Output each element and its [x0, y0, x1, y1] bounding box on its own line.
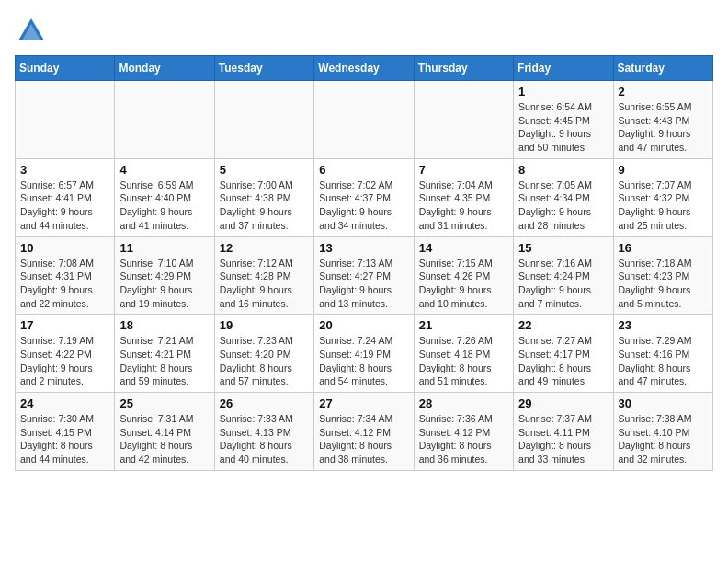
day-info: Sunrise: 7:36 AM Sunset: 4:12 PM Dayligh… [419, 412, 508, 466]
calendar-week-row: 24Sunrise: 7:30 AM Sunset: 4:15 PM Dayli… [16, 393, 713, 471]
calendar-cell: 30Sunrise: 7:38 AM Sunset: 4:10 PM Dayli… [613, 393, 712, 471]
calendar-cell: 21Sunrise: 7:26 AM Sunset: 4:18 PM Dayli… [414, 315, 513, 393]
logo-icon [15, 15, 48, 48]
calendar-cell: 11Sunrise: 7:10 AM Sunset: 4:29 PM Dayli… [115, 236, 214, 315]
day-number: 12 [220, 241, 309, 255]
day-number: 15 [518, 241, 608, 255]
day-info: Sunrise: 7:38 AM Sunset: 4:10 PM Dayligh… [619, 412, 708, 466]
calendar-week-row: 1Sunrise: 6:54 AM Sunset: 4:45 PM Daylig… [16, 81, 713, 159]
calendar-week-row: 17Sunrise: 7:19 AM Sunset: 4:22 PM Dayli… [16, 315, 713, 393]
day-info: Sunrise: 7:37 AM Sunset: 4:11 PM Dayligh… [518, 412, 608, 466]
calendar-cell: 14Sunrise: 7:15 AM Sunset: 4:26 PM Dayli… [414, 236, 513, 315]
day-number: 29 [518, 396, 608, 410]
calendar-cell: 6Sunrise: 7:02 AM Sunset: 4:37 PM Daylig… [314, 158, 414, 236]
day-number: 24 [20, 396, 109, 410]
day-info: Sunrise: 7:31 AM Sunset: 4:14 PM Dayligh… [119, 412, 209, 466]
day-number: 21 [419, 318, 508, 332]
day-number: 11 [119, 241, 209, 255]
day-number: 7 [419, 163, 508, 177]
calendar-cell: 26Sunrise: 7:33 AM Sunset: 4:13 PM Dayli… [214, 393, 313, 471]
day-number: 13 [319, 241, 408, 255]
calendar-cell: 8Sunrise: 7:05 AM Sunset: 4:34 PM Daylig… [514, 158, 613, 236]
calendar-cell: 25Sunrise: 7:31 AM Sunset: 4:14 PM Dayli… [115, 393, 214, 471]
day-info: Sunrise: 7:34 AM Sunset: 4:12 PM Dayligh… [319, 412, 408, 466]
calendar-cell: 19Sunrise: 7:23 AM Sunset: 4:20 PM Dayli… [214, 315, 313, 393]
day-number: 8 [518, 163, 608, 177]
calendar-cell: 18Sunrise: 7:21 AM Sunset: 4:21 PM Dayli… [115, 315, 214, 393]
day-number: 18 [119, 318, 209, 332]
calendar-cell: 7Sunrise: 7:04 AM Sunset: 4:35 PM Daylig… [414, 158, 513, 236]
calendar-cell: 12Sunrise: 7:12 AM Sunset: 4:28 PM Dayli… [214, 236, 313, 315]
calendar-cell: 3Sunrise: 6:57 AM Sunset: 4:41 PM Daylig… [16, 158, 115, 236]
day-info: Sunrise: 7:30 AM Sunset: 4:15 PM Dayligh… [20, 412, 109, 466]
day-number: 4 [119, 163, 209, 177]
calendar-cell: 17Sunrise: 7:19 AM Sunset: 4:22 PM Dayli… [16, 315, 115, 393]
day-info: Sunrise: 7:19 AM Sunset: 4:22 PM Dayligh… [20, 334, 109, 388]
day-info: Sunrise: 7:05 AM Sunset: 4:34 PM Dayligh… [518, 178, 608, 233]
day-info: Sunrise: 7:02 AM Sunset: 4:37 PM Dayligh… [319, 178, 408, 233]
day-number: 19 [220, 318, 309, 332]
weekday-header: Wednesday [314, 56, 414, 81]
day-info: Sunrise: 7:16 AM Sunset: 4:24 PM Dayligh… [518, 257, 608, 311]
calendar-header-row: SundayMondayTuesdayWednesdayThursdayFrid… [16, 56, 713, 81]
calendar-week-row: 3Sunrise: 6:57 AM Sunset: 4:41 PM Daylig… [16, 158, 713, 236]
calendar-cell: 22Sunrise: 7:27 AM Sunset: 4:17 PM Dayli… [514, 315, 613, 393]
day-number: 30 [619, 396, 708, 410]
day-info: Sunrise: 7:10 AM Sunset: 4:29 PM Dayligh… [119, 257, 209, 311]
calendar-cell: 4Sunrise: 6:59 AM Sunset: 4:40 PM Daylig… [115, 158, 214, 236]
day-info: Sunrise: 6:59 AM Sunset: 4:40 PM Dayligh… [119, 178, 209, 233]
day-number: 20 [319, 318, 408, 332]
weekday-header: Thursday [414, 56, 513, 81]
day-number: 16 [619, 241, 708, 255]
day-info: Sunrise: 7:26 AM Sunset: 4:18 PM Dayligh… [419, 334, 508, 388]
weekday-header: Friday [514, 56, 613, 81]
day-info: Sunrise: 7:18 AM Sunset: 4:23 PM Dayligh… [619, 257, 708, 311]
day-info: Sunrise: 7:23 AM Sunset: 4:20 PM Dayligh… [220, 334, 309, 388]
calendar-cell: 16Sunrise: 7:18 AM Sunset: 4:23 PM Dayli… [613, 236, 712, 315]
day-info: Sunrise: 6:55 AM Sunset: 4:43 PM Dayligh… [619, 100, 708, 155]
calendar-cell [314, 81, 414, 159]
day-info: Sunrise: 7:00 AM Sunset: 4:38 PM Dayligh… [220, 178, 309, 233]
day-info: Sunrise: 7:29 AM Sunset: 4:16 PM Dayligh… [619, 334, 708, 388]
calendar-week-row: 10Sunrise: 7:08 AM Sunset: 4:31 PM Dayli… [16, 236, 713, 315]
day-number: 1 [518, 85, 608, 98]
calendar-cell: 28Sunrise: 7:36 AM Sunset: 4:12 PM Dayli… [414, 393, 513, 471]
day-info: Sunrise: 6:57 AM Sunset: 4:41 PM Dayligh… [20, 178, 109, 233]
day-info: Sunrise: 7:13 AM Sunset: 4:27 PM Dayligh… [319, 257, 408, 311]
day-info: Sunrise: 7:24 AM Sunset: 4:19 PM Dayligh… [319, 334, 408, 388]
calendar-cell: 13Sunrise: 7:13 AM Sunset: 4:27 PM Dayli… [314, 236, 414, 315]
calendar-cell: 15Sunrise: 7:16 AM Sunset: 4:24 PM Dayli… [514, 236, 613, 315]
calendar-cell [16, 81, 115, 159]
calendar-cell [414, 81, 513, 159]
day-number: 3 [20, 163, 109, 177]
logo [15, 15, 51, 48]
calendar-cell: 27Sunrise: 7:34 AM Sunset: 4:12 PM Dayli… [314, 393, 414, 471]
day-number: 23 [619, 318, 708, 332]
day-info: Sunrise: 7:33 AM Sunset: 4:13 PM Dayligh… [220, 412, 309, 466]
calendar-table: SundayMondayTuesdayWednesdayThursdayFrid… [15, 55, 713, 471]
day-number: 9 [619, 163, 708, 177]
day-number: 26 [220, 396, 309, 410]
day-info: Sunrise: 6:54 AM Sunset: 4:45 PM Dayligh… [518, 100, 608, 155]
weekday-header: Saturday [613, 56, 712, 81]
day-number: 6 [319, 163, 408, 177]
day-info: Sunrise: 7:04 AM Sunset: 4:35 PM Dayligh… [419, 178, 508, 233]
weekday-header: Tuesday [214, 56, 313, 81]
day-number: 14 [419, 241, 508, 255]
calendar-cell: 29Sunrise: 7:37 AM Sunset: 4:11 PM Dayli… [514, 393, 613, 471]
day-number: 17 [20, 318, 109, 332]
calendar-cell [115, 81, 214, 159]
day-info: Sunrise: 7:07 AM Sunset: 4:32 PM Dayligh… [619, 178, 708, 233]
day-info: Sunrise: 7:15 AM Sunset: 4:26 PM Dayligh… [419, 257, 508, 311]
day-info: Sunrise: 7:21 AM Sunset: 4:21 PM Dayligh… [119, 334, 209, 388]
weekday-header: Monday [115, 56, 214, 81]
day-info: Sunrise: 7:27 AM Sunset: 4:17 PM Dayligh… [518, 334, 608, 388]
day-number: 28 [419, 396, 508, 410]
day-info: Sunrise: 7:08 AM Sunset: 4:31 PM Dayligh… [20, 257, 109, 311]
weekday-header: Sunday [16, 56, 115, 81]
day-number: 27 [319, 396, 408, 410]
day-number: 10 [20, 241, 109, 255]
calendar-cell: 9Sunrise: 7:07 AM Sunset: 4:32 PM Daylig… [613, 158, 712, 236]
day-number: 22 [518, 318, 608, 332]
calendar-cell: 24Sunrise: 7:30 AM Sunset: 4:15 PM Dayli… [16, 393, 115, 471]
